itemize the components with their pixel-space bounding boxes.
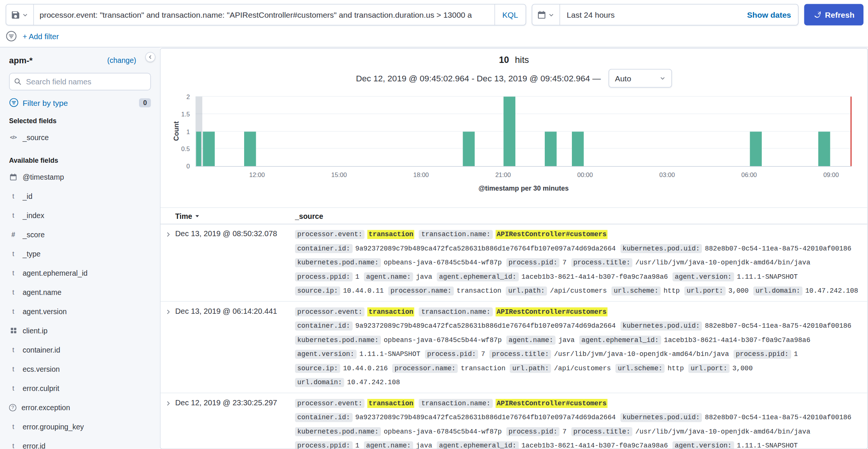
histogram-bar-11:30[interactable] [244, 131, 256, 166]
histogram-bar-21:00[interactable] [504, 97, 516, 166]
time-sort-button[interactable]: Time [175, 212, 200, 220]
field-pair: kubernetes.pod.uid:882e8b07-0c54-11ea-8a… [620, 244, 851, 255]
field-value: 9a92372089c79b489ca472fca528631b886d1e76… [355, 414, 616, 422]
expand-row-button[interactable] [160, 229, 175, 240]
saved-query-menu-button[interactable] [6, 5, 34, 25]
x-axis-tick-label: 03:00 [659, 171, 675, 178]
string-type-icon: t [9, 384, 18, 392]
expand-row-icon [165, 231, 172, 238]
string-type-icon: t [9, 288, 18, 296]
field-item-client.ip[interactable]: client.ip [9, 321, 151, 340]
current-time-marker [850, 97, 851, 166]
expand-row-button[interactable] [160, 306, 175, 318]
field-name-label: _type [23, 249, 41, 258]
field-pair: url.scheme:http [611, 286, 680, 297]
field-item-error.culprit[interactable]: terror.culprit [9, 379, 151, 398]
field-item-ecs.version[interactable]: tecs.version [9, 359, 151, 379]
field-pair: process.pid:7 [506, 427, 567, 438]
show-dates-button[interactable]: Show dates [740, 5, 798, 25]
field-pair: process.ppid:1 [295, 272, 359, 283]
histogram-bar-19:30[interactable] [463, 131, 475, 166]
expand-row-icon [165, 308, 172, 315]
field-name-label: error.grouping_key [23, 422, 84, 431]
field-pair: processor.event:transaction [295, 399, 414, 409]
field-item-_index[interactable]: t_index [9, 206, 151, 225]
field-pair: agent.ephemeral_id:1aceb1b3-8621-4a14-b3… [437, 441, 668, 448]
histogram-bar-10:00[interactable] [203, 131, 215, 166]
histogram-bar-23:30[interactable] [572, 131, 584, 166]
x-axis-tick-label: 18:00 [413, 171, 429, 178]
field-pair: processor.event:transaction [295, 229, 414, 240]
field-value: http [663, 287, 680, 295]
histogram-bar-22:30[interactable] [545, 131, 557, 166]
histogram-bar-09:30[interactable] [196, 131, 202, 166]
selected-fields-heading: Selected fields [9, 117, 151, 125]
available-fields-heading: Available fields [9, 157, 151, 165]
field-value: 10.47.242.108 [347, 379, 400, 386]
field-item-@timestamp[interactable]: @timestamp [9, 167, 151, 186]
field-name: agent.name: [506, 336, 556, 345]
histogram-bar-08:30[interactable] [818, 131, 830, 166]
field-name: url.port: [684, 287, 725, 296]
field-name: url.domain: [753, 287, 802, 296]
field-item-agent.name[interactable]: tagent.name [9, 283, 151, 302]
plot-area[interactable]: 00.511.52 [196, 97, 852, 167]
chevron-down-icon [548, 12, 555, 18]
field-item-agent.ephemeral_id[interactable]: tagent.ephemeral_id [9, 263, 151, 283]
quick-select-menu-button[interactable] [532, 5, 560, 25]
field-value: 1.11.1-SNAPSHOT [359, 350, 420, 358]
field-pair: url.path:/api/customers [506, 286, 607, 297]
field-item-_id[interactable]: t_id [9, 186, 151, 206]
field-value: /usr/lib/jvm/java-10-openjdk-amd64/bin/j… [635, 259, 810, 267]
field-pair: process.title:/usr/lib/jvm/java-10-openj… [571, 258, 810, 269]
field-name: process.ppid: [734, 350, 791, 359]
field-item-container.id[interactable]: tcontainer.id [9, 340, 151, 359]
field-name: process.pid: [506, 427, 560, 436]
query-language-toggle[interactable]: KQL [494, 5, 526, 25]
filter-by-type-button[interactable]: Filter by type [9, 98, 68, 108]
field-name: kubernetes.pod.uid: [620, 322, 702, 331]
add-filter-link[interactable]: + Add filter [23, 32, 59, 41]
field-value: /api/customers [554, 365, 611, 373]
field-name: process.title: [490, 350, 551, 359]
doc-source-cell: processor.event:transactiontransaction.n… [295, 306, 868, 391]
expand-row-button[interactable] [160, 398, 175, 409]
field-search-input[interactable] [25, 77, 146, 87]
doc-table-body: Dec 13, 2019 @ 08:50:32.078processor.eve… [160, 225, 868, 449]
field-name: source.ip: [295, 364, 340, 373]
field-value: 882e8b07-0c54-11ea-8a75-42010af00186 [705, 414, 851, 422]
field-pair: process.pid:7 [425, 349, 485, 360]
field-item-_score[interactable]: #_score [9, 225, 151, 244]
field-item-error.grouping_key[interactable]: terror.grouping_key [9, 417, 151, 436]
field-value: 9a92372089c79b489ca472fca528631b886d1e76… [355, 322, 616, 330]
field-pair: container.id:9a92372089c79b489ca472fca52… [295, 321, 616, 332]
field-pair: container.id:9a92372089c79b489ca472fca52… [295, 244, 616, 255]
histogram-bar-06:00[interactable] [750, 131, 762, 166]
refresh-button[interactable]: Refresh [804, 4, 863, 26]
hits-label: hits [515, 55, 529, 65]
number-type-icon: # [9, 231, 18, 238]
field-name: transaction.name: [419, 307, 493, 316]
field-item-agent.version[interactable]: tagent.version [9, 302, 151, 321]
change-index-pattern-link[interactable]: (change) [107, 56, 136, 65]
field-item-error.exception[interactable]: ?error.exception [9, 398, 151, 417]
time-range-button[interactable]: Last 24 hours [560, 5, 740, 25]
fields-sidebar: apm-* (change) Filter by type 0 Selected… [0, 47, 160, 449]
doc-timestamp: Dec 13, 2019 @ 06:14:20.441 [175, 306, 295, 391]
field-name: transaction.name: [419, 399, 493, 408]
field-name-label: error.id [23, 441, 46, 449]
field-name-label: error.culprit [23, 384, 60, 392]
field-name: processor.event: [295, 399, 365, 408]
interval-value: Auto [615, 74, 631, 83]
query-input[interactable] [34, 5, 494, 25]
field-item-error.id[interactable]: terror.id [9, 436, 151, 449]
refresh-label: Refresh [825, 10, 854, 19]
field-name: process.ppid: [295, 441, 352, 449]
field-value: 7 [562, 259, 567, 267]
field-item-_source[interactable]: </>_source [9, 128, 151, 147]
field-value: 882e8b07-0c54-11ea-8a75-42010af00186 [705, 245, 851, 253]
field-item-_type[interactable]: t_type [9, 244, 151, 263]
filter-settings-button[interactable] [6, 31, 17, 42]
interval-select[interactable]: Auto [609, 69, 672, 88]
collapse-sidebar-button[interactable] [145, 52, 156, 62]
